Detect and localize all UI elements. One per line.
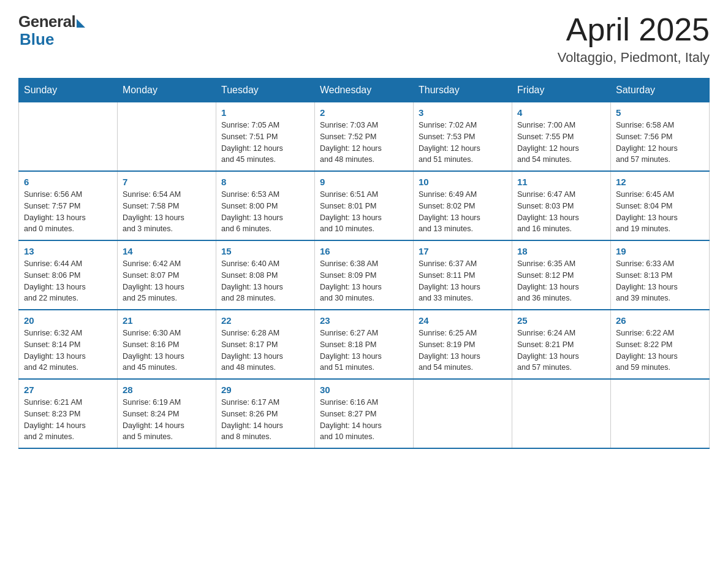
- calendar-cell: 21Sunrise: 6:30 AM Sunset: 8:16 PM Dayli…: [118, 310, 216, 379]
- calendar-cell: [118, 102, 216, 172]
- day-number: 5: [616, 107, 704, 118]
- calendar-cell: 4Sunrise: 7:00 AM Sunset: 7:55 PM Daylig…: [512, 102, 611, 172]
- calendar-cell: 24Sunrise: 6:25 AM Sunset: 8:19 PM Dayli…: [414, 310, 512, 379]
- calendar-cell: 7Sunrise: 6:54 AM Sunset: 7:58 PM Daylig…: [118, 171, 216, 240]
- calendar-cell: 1Sunrise: 7:05 AM Sunset: 7:51 PM Daylig…: [216, 102, 315, 172]
- calendar-week-row: 1Sunrise: 7:05 AM Sunset: 7:51 PM Daylig…: [19, 102, 710, 172]
- day-number: 28: [123, 385, 211, 395]
- logo: General Blue: [18, 12, 85, 49]
- day-number: 14: [123, 246, 211, 256]
- calendar-cell: 25Sunrise: 6:24 AM Sunset: 8:21 PM Dayli…: [512, 310, 611, 379]
- calendar-cell: 12Sunrise: 6:45 AM Sunset: 8:04 PM Dayli…: [611, 171, 710, 240]
- calendar-cell: 19Sunrise: 6:33 AM Sunset: 8:13 PM Dayli…: [611, 240, 710, 310]
- day-info: Sunrise: 6:53 AM Sunset: 8:00 PM Dayligh…: [221, 189, 309, 235]
- calendar-cell: 22Sunrise: 6:28 AM Sunset: 8:17 PM Dayli…: [216, 310, 315, 379]
- calendar-day-header: Saturday: [611, 79, 710, 102]
- day-info: Sunrise: 6:58 AM Sunset: 7:56 PM Dayligh…: [616, 120, 704, 166]
- day-info: Sunrise: 6:44 AM Sunset: 8:06 PM Dayligh…: [24, 258, 112, 304]
- day-info: Sunrise: 6:16 AM Sunset: 8:27 PM Dayligh…: [320, 397, 408, 443]
- calendar-table: SundayMondayTuesdayWednesdayThursdayFrid…: [18, 78, 710, 449]
- day-info: Sunrise: 6:54 AM Sunset: 7:58 PM Dayligh…: [123, 189, 211, 235]
- calendar-cell: 9Sunrise: 6:51 AM Sunset: 8:01 PM Daylig…: [315, 171, 414, 240]
- day-number: 24: [419, 315, 507, 326]
- day-number: 3: [419, 107, 507, 118]
- day-number: 27: [24, 385, 112, 395]
- logo-triangle-icon: [77, 19, 85, 28]
- day-info: Sunrise: 6:22 AM Sunset: 8:22 PM Dayligh…: [616, 327, 704, 373]
- day-info: Sunrise: 6:32 AM Sunset: 8:14 PM Dayligh…: [24, 327, 112, 373]
- day-info: Sunrise: 6:37 AM Sunset: 8:11 PM Dayligh…: [419, 258, 507, 304]
- day-info: Sunrise: 6:24 AM Sunset: 8:21 PM Dayligh…: [517, 327, 605, 373]
- calendar-cell: 8Sunrise: 6:53 AM Sunset: 8:00 PM Daylig…: [216, 171, 315, 240]
- month-year-title: April 2025: [558, 12, 710, 47]
- calendar-cell: 14Sunrise: 6:42 AM Sunset: 8:07 PM Dayli…: [118, 240, 216, 310]
- calendar-cell: [414, 379, 512, 448]
- day-number: 11: [517, 177, 605, 187]
- calendar-week-row: 13Sunrise: 6:44 AM Sunset: 8:06 PM Dayli…: [19, 240, 710, 310]
- day-info: Sunrise: 6:27 AM Sunset: 8:18 PM Dayligh…: [320, 327, 408, 373]
- day-number: 2: [320, 107, 408, 118]
- calendar-week-row: 20Sunrise: 6:32 AM Sunset: 8:14 PM Dayli…: [19, 310, 710, 379]
- calendar-cell: 16Sunrise: 6:38 AM Sunset: 8:09 PM Dayli…: [315, 240, 414, 310]
- calendar-day-header: Tuesday: [216, 79, 315, 102]
- day-number: 1: [221, 107, 309, 118]
- day-info: Sunrise: 6:19 AM Sunset: 8:24 PM Dayligh…: [123, 397, 211, 443]
- calendar-cell: 30Sunrise: 6:16 AM Sunset: 8:27 PM Dayli…: [315, 379, 414, 448]
- day-info: Sunrise: 6:42 AM Sunset: 8:07 PM Dayligh…: [123, 258, 211, 304]
- day-number: 23: [320, 315, 408, 326]
- calendar-cell: 18Sunrise: 6:35 AM Sunset: 8:12 PM Dayli…: [512, 240, 611, 310]
- day-number: 13: [24, 246, 112, 256]
- location-text: Voltaggio, Piedmont, Italy: [558, 50, 710, 66]
- calendar-cell: 27Sunrise: 6:21 AM Sunset: 8:23 PM Dayli…: [19, 379, 118, 448]
- day-info: Sunrise: 6:40 AM Sunset: 8:08 PM Dayligh…: [221, 258, 309, 304]
- calendar-cell: [512, 379, 611, 448]
- day-info: Sunrise: 6:47 AM Sunset: 8:03 PM Dayligh…: [517, 189, 605, 235]
- day-info: Sunrise: 6:45 AM Sunset: 8:04 PM Dayligh…: [616, 189, 704, 235]
- day-number: 18: [517, 246, 605, 256]
- calendar-cell: [611, 379, 710, 448]
- day-info: Sunrise: 7:05 AM Sunset: 7:51 PM Dayligh…: [221, 120, 309, 166]
- calendar-day-header: Monday: [118, 79, 216, 102]
- day-number: 12: [616, 177, 704, 187]
- day-number: 7: [123, 177, 211, 187]
- day-info: Sunrise: 6:38 AM Sunset: 8:09 PM Dayligh…: [320, 258, 408, 304]
- day-number: 9: [320, 177, 408, 187]
- calendar-cell: 11Sunrise: 6:47 AM Sunset: 8:03 PM Dayli…: [512, 171, 611, 240]
- day-info: Sunrise: 7:03 AM Sunset: 7:52 PM Dayligh…: [320, 120, 408, 166]
- day-number: 29: [221, 385, 309, 395]
- day-number: 21: [123, 315, 211, 326]
- day-info: Sunrise: 6:17 AM Sunset: 8:26 PM Dayligh…: [221, 397, 309, 443]
- day-info: Sunrise: 6:35 AM Sunset: 8:12 PM Dayligh…: [517, 258, 605, 304]
- calendar-header-row: SundayMondayTuesdayWednesdayThursdayFrid…: [19, 79, 710, 102]
- calendar-day-header: Wednesday: [315, 79, 414, 102]
- day-info: Sunrise: 6:28 AM Sunset: 8:17 PM Dayligh…: [221, 327, 309, 373]
- day-info: Sunrise: 6:30 AM Sunset: 8:16 PM Dayligh…: [123, 327, 211, 373]
- calendar-cell: 13Sunrise: 6:44 AM Sunset: 8:06 PM Dayli…: [19, 240, 118, 310]
- day-info: Sunrise: 6:25 AM Sunset: 8:19 PM Dayligh…: [419, 327, 507, 373]
- calendar-cell: 17Sunrise: 6:37 AM Sunset: 8:11 PM Dayli…: [414, 240, 512, 310]
- day-number: 25: [517, 315, 605, 326]
- page-header: General Blue April 2025 Voltaggio, Piedm…: [18, 12, 710, 66]
- day-info: Sunrise: 7:00 AM Sunset: 7:55 PM Dayligh…: [517, 120, 605, 166]
- calendar-cell: 23Sunrise: 6:27 AM Sunset: 8:18 PM Dayli…: [315, 310, 414, 379]
- calendar-week-row: 6Sunrise: 6:56 AM Sunset: 7:57 PM Daylig…: [19, 171, 710, 240]
- day-number: 16: [320, 246, 408, 256]
- calendar-cell: 26Sunrise: 6:22 AM Sunset: 8:22 PM Dayli…: [611, 310, 710, 379]
- calendar-cell: 15Sunrise: 6:40 AM Sunset: 8:08 PM Dayli…: [216, 240, 315, 310]
- calendar-cell: [19, 102, 118, 172]
- calendar-cell: 5Sunrise: 6:58 AM Sunset: 7:56 PM Daylig…: [611, 102, 710, 172]
- calendar-week-row: 27Sunrise: 6:21 AM Sunset: 8:23 PM Dayli…: [19, 379, 710, 448]
- calendar-day-header: Sunday: [19, 79, 118, 102]
- calendar-day-header: Friday: [512, 79, 611, 102]
- day-number: 19: [616, 246, 704, 256]
- day-info: Sunrise: 6:33 AM Sunset: 8:13 PM Dayligh…: [616, 258, 704, 304]
- logo-blue-text: Blue: [20, 30, 54, 49]
- day-number: 8: [221, 177, 309, 187]
- calendar-day-header: Thursday: [414, 79, 512, 102]
- day-number: 6: [24, 177, 112, 187]
- day-number: 15: [221, 246, 309, 256]
- calendar-cell: 20Sunrise: 6:32 AM Sunset: 8:14 PM Dayli…: [19, 310, 118, 379]
- day-number: 20: [24, 315, 112, 326]
- calendar-cell: 28Sunrise: 6:19 AM Sunset: 8:24 PM Dayli…: [118, 379, 216, 448]
- calendar-cell: 6Sunrise: 6:56 AM Sunset: 7:57 PM Daylig…: [19, 171, 118, 240]
